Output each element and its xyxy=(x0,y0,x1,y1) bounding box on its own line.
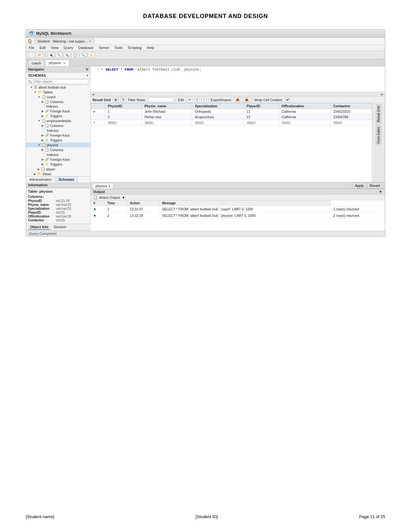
warning-tab[interactable]: Student - Warning - not suppo... ✕ xyxy=(34,38,94,44)
result-refresh-btn[interactable]: ↻ xyxy=(121,97,126,102)
close-warning-tab[interactable]: ✕ xyxy=(89,40,92,43)
tree-phy-columns[interactable]: ▶ 📋 Columns xyxy=(26,147,90,152)
tree-emp-triggers[interactable]: ▶ ⚡ Triggers xyxy=(26,138,90,142)
row3-playerid: NULL xyxy=(244,120,279,125)
tree-tables[interactable]: ▼ 📁 Tables xyxy=(26,90,90,94)
menu-view[interactable]: View xyxy=(50,45,59,50)
workbench-window: 🐬 MySQL Workbench 🏠 Student - Warning - … xyxy=(26,29,385,237)
emp-fk-icon: 🔗 xyxy=(45,133,49,137)
menu-help[interactable]: Help xyxy=(146,45,155,50)
views-label: Views xyxy=(42,172,51,176)
tb-extra[interactable]: ⚡ xyxy=(88,52,95,58)
filter-input[interactable] xyxy=(33,79,88,84)
row1-physioid: 1 xyxy=(105,109,142,114)
null-badge: NULL xyxy=(247,121,256,124)
tb-schema[interactable]: 🔧 xyxy=(55,52,63,58)
apply-button[interactable]: Apply xyxy=(352,183,367,189)
tree-coach-indexes[interactable]: 📄 Indexes xyxy=(26,104,90,109)
tb-open[interactable]: 📂 xyxy=(36,52,43,58)
edit-btn3[interactable]: − xyxy=(201,97,207,102)
wrap-btn[interactable]: ⇌ xyxy=(285,97,290,102)
query-tab-coach[interactable]: coach xyxy=(28,60,44,66)
menu-file[interactable]: File xyxy=(28,45,35,50)
row1-officeloc: California xyxy=(279,109,330,114)
output-label: Output xyxy=(93,190,105,194)
row3-contactno: NULL xyxy=(330,120,372,125)
edit-btn2[interactable]: + xyxy=(194,97,200,102)
menu-edit[interactable]: Edit xyxy=(39,45,46,50)
tree-player[interactable]: ▶ 📋 player xyxy=(26,167,90,171)
status-ok-icon-1: ● xyxy=(93,207,96,211)
tree-emp-fk[interactable]: ▶ 🔗 Foreign Keys xyxy=(26,133,90,138)
null-badge: NULL xyxy=(281,121,291,124)
tree-coach-triggers[interactable]: ▶ ⚡ Triggers xyxy=(26,113,90,118)
table-row-null[interactable]: ● NULL NULL NULL NULL NULL NULL xyxy=(91,120,372,125)
row2-officeloc: California xyxy=(279,114,330,120)
filter-rows-input[interactable] xyxy=(148,97,174,102)
close-physios-tab[interactable]: ✕ xyxy=(63,62,66,65)
tb-new[interactable]: 📄 xyxy=(28,52,35,58)
action-output-arrow[interactable]: ▼ xyxy=(122,196,125,199)
tree-phy-fk[interactable]: ▶ 🔗 Foreign Keys xyxy=(26,157,90,162)
row3-physioid: NULL xyxy=(105,120,142,125)
physios1-tab[interactable]: physios 1 xyxy=(93,183,113,189)
tree-db[interactable]: ▼ 🗄 albert football club xyxy=(26,85,90,90)
nav-refresh-icon[interactable]: ↻ xyxy=(86,68,88,71)
table-row[interactable]: 2 Richie rose Acupuncture 13 California … xyxy=(91,114,372,120)
edit-btn1[interactable]: ✏ xyxy=(187,97,192,102)
action-output-table: # Time Action Message ● 1 13:31:37 xyxy=(91,200,385,219)
row2-contactno: 23456788 xyxy=(330,114,372,120)
emp-expand-icon: ▼ xyxy=(38,119,41,122)
search-icon: 🔍 xyxy=(28,80,32,83)
result-grid-table: PhysioID Physio_name Specialization Play… xyxy=(91,103,372,125)
menu-scripting[interactable]: Scripting xyxy=(127,45,142,50)
player-table-icon: 📋 xyxy=(41,167,45,171)
row1-marker: ▶ xyxy=(91,109,105,114)
tree-coach-fk[interactable]: ▶ 🔗 Foreign Keys xyxy=(26,109,90,113)
form-editor-right-btn[interactable]: Form Editor xyxy=(376,125,381,145)
tb-table[interactable]: 📋 xyxy=(72,52,79,58)
tree-phy-triggers[interactable]: ▶ ⚡ Triggers xyxy=(26,162,90,167)
tree-emp-indexes[interactable]: 📄 Indexes xyxy=(26,128,90,133)
sql-linenum: 1 xyxy=(93,68,99,72)
tree-emp-columns[interactable]: ▶ 📋 Columns xyxy=(26,123,90,128)
phy-trg-icon: ⚡ xyxy=(45,162,49,166)
menu-tools[interactable]: Tools xyxy=(114,45,123,50)
sql-text: SELECT * FROM `albert football club`.phy… xyxy=(105,68,201,72)
bottom-tabs-row: physios 1 Apply Revert xyxy=(91,182,385,189)
tb-connect[interactable]: 🔌 xyxy=(47,52,54,58)
object-info-tab[interactable]: Object Info xyxy=(28,225,50,230)
row2-spec: Acupuncture xyxy=(192,114,244,120)
menu-server[interactable]: Server xyxy=(98,45,110,50)
menu-database[interactable]: Database xyxy=(78,45,94,50)
menu-query[interactable]: Query xyxy=(63,45,74,50)
table-row[interactable]: ▶ 1 John Ritchard Orthopedic 11 Californ… xyxy=(91,109,372,114)
revert-button[interactable]: Revert xyxy=(367,183,383,189)
result-grid-btn[interactable]: ⊞ xyxy=(113,97,119,102)
tb-schema2[interactable]: 🔩 xyxy=(64,52,71,58)
schemas-add-icon[interactable]: + xyxy=(86,74,88,77)
sql-editor[interactable]: 1 ● SELECT * FROM `albert football club`… xyxy=(91,66,385,92)
tree-coach[interactable]: ▼ 📋 coach xyxy=(26,94,90,99)
tree-employee[interactable]: ▼ 📋 employeedetails xyxy=(26,118,90,123)
home-icon[interactable]: 🏠 xyxy=(27,39,33,44)
export-btn1[interactable]: 📤 xyxy=(234,97,241,102)
tree-coach-columns[interactable]: ▶ 📋 Columns xyxy=(26,99,90,104)
scroll-arrows: ◀ ▶ xyxy=(91,92,385,97)
export-btn2[interactable]: 📥 xyxy=(243,97,250,102)
output-collapse-icon[interactable]: ▼ xyxy=(379,190,382,194)
left-arrow-icon[interactable]: ◀ xyxy=(92,92,94,96)
action-output-label: Action Output xyxy=(99,196,120,199)
tb-search[interactable]: 🔍 xyxy=(80,52,87,58)
schemas-tab[interactable]: Schemas xyxy=(55,177,78,182)
tree-phy-indexes[interactable]: 📄 Indexes xyxy=(26,152,90,157)
query-tab-physios[interactable]: physios ✕ xyxy=(45,60,69,66)
tree-views[interactable]: ▶ 📁 Views xyxy=(26,171,90,176)
session-tab[interactable]: Session xyxy=(52,225,68,230)
right-arrow-icon[interactable]: ▶ xyxy=(381,92,384,96)
result-grid-right-btn[interactable]: Result Grid xyxy=(376,104,381,124)
admin-tab[interactable]: Administration xyxy=(26,177,55,182)
emp-fk-expand-icon: ▶ xyxy=(42,134,44,137)
content-area: 1 ● SELECT * FROM `albert football club`… xyxy=(91,66,385,231)
tree-physios[interactable]: ▼ 📋 physios xyxy=(26,142,90,147)
